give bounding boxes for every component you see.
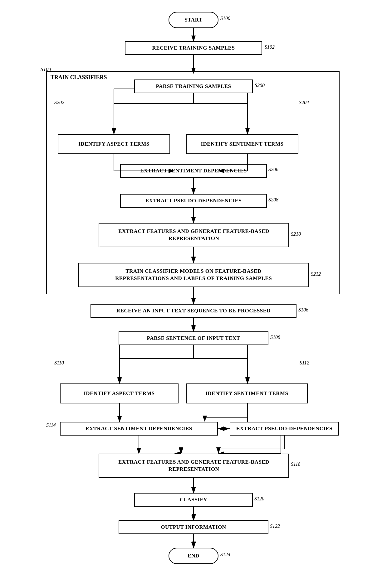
output-info-tag: S122 [270, 523, 280, 529]
extract-pseudo-train-node: EXTRACT PSEUDO-DEPENDENCIES [120, 194, 267, 208]
train-classifier-node: TRAIN CLASSIFIER MODELS ON FEATURE-BASED… [78, 263, 309, 287]
start-label: START [184, 17, 202, 23]
s110-tag: S110 [54, 360, 64, 366]
extract-features-label: EXTRACT FEATURES AND GENERATE FEATURE-BA… [118, 459, 269, 473]
parse-training-node: PARSE TRAINING SAMPLES [134, 80, 253, 93]
end-node: END [169, 548, 218, 564]
extract-sentiment-dep-train-node: EXTRACT SENTIMENT DEPENDENCIES [120, 164, 267, 178]
s202-tag: S202 [54, 100, 64, 105]
train-classifier-label: TRAIN CLASSIFIER MODELS ON FEATURE-BASED… [115, 268, 272, 282]
flowchart-diagram: START S100 RECEIVE TRAINING SAMPLES S102… [0, 0, 387, 588]
train-classifier-tag: S212 [311, 271, 321, 277]
s204-tag: S204 [299, 100, 309, 105]
extract-sentiment-dep-node: EXTRACT SENTIMENT DEPENDENCIES [60, 422, 218, 436]
extract-pseudo-train-label: EXTRACT PSEUDO-DEPENDENCIES [145, 198, 242, 204]
train-classifiers-label: TRAIN CLASSIFIERS [51, 74, 107, 81]
extract-sentiment-dep-label: EXTRACT SENTIMENT DEPENDENCIES [86, 426, 192, 432]
s112-tag: S112 [300, 360, 309, 366]
end-label: END [188, 553, 199, 559]
identify-aspect-train-label: IDENTIFY ASPECT TERMS [78, 141, 149, 147]
classify-node: CLASSIFY [134, 493, 253, 507]
parse-training-label: PARSE TRAINING SAMPLES [156, 83, 231, 89]
start-tag: S100 [220, 16, 230, 21]
esd-epd-arrow [218, 422, 230, 436]
extract-pseudo-train-tag: S208 [268, 197, 278, 203]
identify-sentiment-label: IDENTIFY SENTIMENT TERMS [205, 390, 288, 397]
extract-sentiment-dep-train-label: EXTRACT SENTIMENT DEPENDENCIES [140, 168, 247, 174]
classify-label: CLASSIFY [180, 497, 207, 503]
identify-aspect-node: IDENTIFY ASPECT TERMS [60, 383, 179, 403]
classify-tag: S120 [254, 496, 264, 502]
parse-sentence-node: PARSE SENTENCE OF INPUT TEXT [119, 331, 268, 345]
parse-training-tag: S200 [255, 83, 265, 88]
receive-training-tag: S102 [265, 44, 275, 50]
s114-tag: S114 [46, 422, 56, 428]
receive-training-node: RECEIVE TRAINING SAMPLES [125, 41, 262, 55]
receive-input-tag: S106 [298, 307, 308, 313]
extract-features-train-label: EXTRACT FEATURES AND GENERATE FEATURE-BA… [118, 228, 269, 242]
extract-features-node: EXTRACT FEATURES AND GENERATE FEATURE-BA… [99, 454, 289, 478]
receive-training-label: RECEIVE TRAINING SAMPLES [152, 45, 235, 51]
receive-input-node: RECEIVE AN INPUT TEXT SEQUENCE TO BE PRO… [91, 304, 296, 318]
extract-sentiment-dep-train-tag: S206 [268, 167, 278, 172]
start-node: START [169, 12, 218, 28]
parse-sentence-tag: S108 [270, 335, 280, 340]
train-classifiers-box: TRAIN CLASSIFIERS [46, 71, 340, 294]
extract-features-train-node: EXTRACT FEATURES AND GENERATE FEATURE-BA… [99, 223, 289, 247]
receive-input-label: RECEIVE AN INPUT TEXT SEQUENCE TO BE PRO… [116, 308, 271, 314]
extract-pseudo-label: EXTRACT PSEUDO-DEPENDENCIES [236, 426, 333, 432]
output-info-label: OUTPUT INFORMATION [161, 524, 226, 530]
output-info-node: OUTPUT INFORMATION [119, 520, 268, 534]
extract-features-train-tag: S210 [291, 231, 301, 237]
identify-sentiment-node: IDENTIFY SENTIMENT TERMS [186, 383, 308, 403]
extract-pseudo-node: EXTRACT PSEUDO-DEPENDENCIES [230, 422, 339, 436]
identify-sentiment-train-label: IDENTIFY SENTIMENT TERMS [201, 141, 283, 147]
identify-aspect-label: IDENTIFY ASPECT TERMS [84, 390, 155, 397]
identify-aspect-train-node: IDENTIFY ASPECT TERMS [58, 134, 170, 154]
extract-features-tag: S118 [291, 461, 301, 467]
identify-sentiment-train-node: IDENTIFY SENTIMENT TERMS [186, 134, 298, 154]
parse-sentence-label: PARSE SENTENCE OF INPUT TEXT [147, 335, 240, 341]
end-tag: S124 [220, 552, 230, 557]
